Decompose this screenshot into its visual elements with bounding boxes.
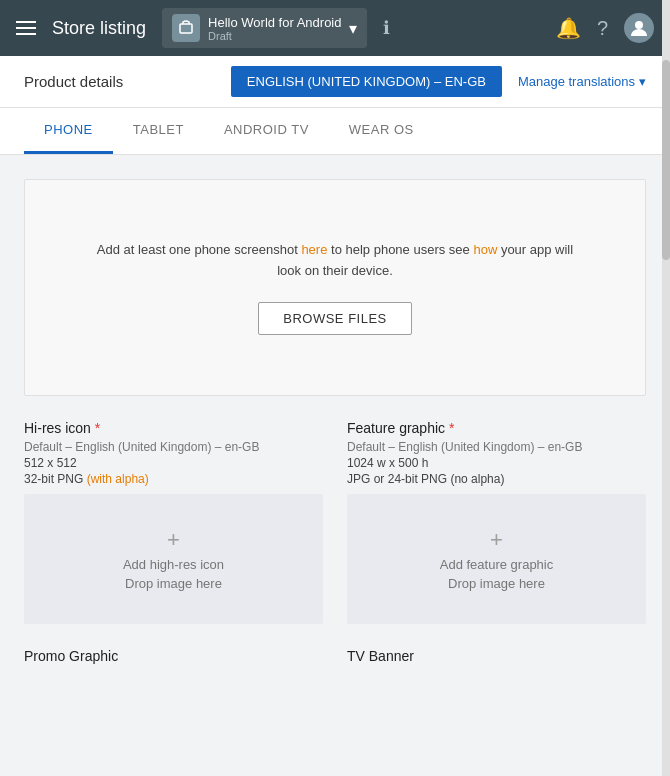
app-status: Draft [208,30,341,42]
app-icon [172,14,200,42]
screenshot-upload-area: Add at least one phone screenshot here t… [24,179,646,396]
app-name: Hello World for Android [208,15,341,30]
upload-instructions: Add at least one phone screenshot here t… [85,240,585,282]
lang-button-label: ENGLISH (UNITED KINGDOM) – EN-GB [247,74,486,89]
upload-link-here[interactable]: here [301,242,327,257]
promo-graphic-section: Promo Graphic [24,648,323,664]
hi-res-icon-subtitle: Default – English (United Kingdom) – en-… [24,440,323,454]
svg-rect-0 [180,24,192,33]
browse-files-button[interactable]: BROWSE FILES [258,302,412,335]
hi-res-icon-drop-line2: Drop image here [125,576,222,591]
product-bar: Product details ENGLISH (UNITED KINGDOM)… [0,56,670,108]
main-content: Add at least one phone screenshot here t… [0,155,670,688]
avatar[interactable] [624,13,654,43]
manage-translations-chevron-icon: ▾ [639,74,646,89]
tab-phone[interactable]: PHONE [24,108,113,154]
feature-graphic-drop-box[interactable]: + Add feature graphic Drop image here [347,494,646,624]
tv-banner-title: TV Banner [347,648,646,664]
app-header: Store listing Hello World for Android Dr… [0,0,670,56]
header-actions: 🔔 ? [556,13,654,43]
tabs-bar: PHONE TABLET ANDROID TV WEAR OS [0,108,670,155]
hi-res-icon-alpha-link[interactable]: (with alpha) [87,472,149,486]
hi-res-icon-plus-icon: + [167,527,180,553]
scrollbar-thumb[interactable] [662,60,670,260]
tv-banner-section: TV Banner [347,648,646,664]
app-selector[interactable]: Hello World for Android Draft ▾ [162,8,367,48]
tab-tablet[interactable]: TABLET [113,108,204,154]
hi-res-icon-spec1: 512 x 512 [24,456,323,470]
feature-graphic-drop-line2: Drop image here [448,576,545,591]
promo-graphic-title: Promo Graphic [24,648,323,664]
hi-res-icon-section: Hi-res icon * Default – English (United … [24,420,323,624]
upload-link-how[interactable]: how [473,242,497,257]
hi-res-icon-title: Hi-res icon * [24,420,323,436]
notifications-icon[interactable]: 🔔 [556,16,581,40]
tab-android-tv[interactable]: ANDROID TV [204,108,329,154]
feature-graphic-spec1: 1024 w x 500 h [347,456,646,470]
feature-graphic-spec2: JPG or 24-bit PNG (no alpha) [347,472,646,486]
menu-icon[interactable] [16,21,36,35]
feature-graphic-section: Feature graphic * Default – English (Uni… [347,420,646,624]
feature-graphic-required: * [449,420,454,436]
info-icon[interactable]: ℹ [383,17,390,39]
app-info: Hello World for Android Draft [208,15,341,42]
chevron-down-icon: ▾ [349,19,357,38]
feature-graphic-subtitle: Default – English (United Kingdom) – en-… [347,440,646,454]
feature-graphic-title: Feature graphic * [347,420,646,436]
hi-res-icon-drop-box[interactable]: + Add high-res icon Drop image here [24,494,323,624]
hi-res-icon-required: * [95,420,100,436]
product-details-title: Product details [24,73,231,90]
language-button[interactable]: ENGLISH (UNITED KINGDOM) – EN-GB [231,66,502,97]
hi-res-icon-spec2: 32-bit PNG (with alpha) [24,472,323,486]
promo-sections: Promo Graphic TV Banner [24,648,646,664]
feature-graphic-drop-line1: Add feature graphic [440,557,553,572]
svg-point-1 [635,21,643,29]
page-title: Store listing [52,18,146,39]
manage-translations-button[interactable]: Manage translations ▾ [518,74,646,89]
icon-sections: Hi-res icon * Default – English (United … [24,420,646,624]
help-icon[interactable]: ? [597,17,608,40]
tab-wear-os[interactable]: WEAR OS [329,108,434,154]
scrollbar[interactable] [662,0,670,688]
feature-graphic-plus-icon: + [490,527,503,553]
hi-res-icon-drop-line1: Add high-res icon [123,557,224,572]
manage-translations-label: Manage translations [518,74,635,89]
